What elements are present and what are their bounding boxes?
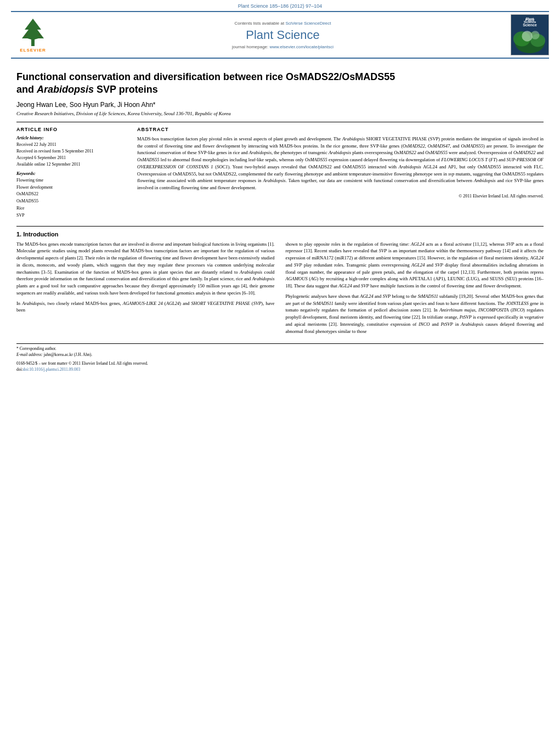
doi-link[interactable]: doi:10.1016/j.plantsci.2011.09.003 [23, 367, 81, 372]
intro-col2-p1: shown to play opposite roles in the regu… [286, 241, 544, 290]
intro-col-right: shown to play opposite roles in the regu… [286, 241, 544, 338]
copyright: © 2011 Elsevier Ireland Ltd. All rights … [137, 194, 544, 199]
homepage-link: www.elsevier.com/locate/plantsci [270, 44, 334, 49]
body-divider [16, 226, 544, 227]
header-center: Contents lists available at SciVerse Sci… [55, 21, 511, 49]
elsevier-tree-icon [16, 18, 49, 48]
copyright-footer: 0168-9452/$ – see front matter © 2011 El… [16, 361, 544, 367]
abstract-text: MADS-box transcription factors play pivo… [137, 135, 544, 191]
intro-p2: In Arabidopsis, two closely related MADS… [16, 300, 275, 314]
intro-col-left: The MADS-box genes encode transcription … [16, 241, 275, 338]
footnote-section: * Corresponding author. E-mail address: … [16, 343, 544, 372]
journal-cover: PlantScience Plant Science [511, 14, 549, 55]
authors: Jeong Hwan Lee, Soo Hyun Park, Ji Hoon A… [16, 101, 544, 109]
article-history-text: Received 22 July 2011 Received in revise… [16, 142, 126, 168]
journal-cover-title: PlantScience [512, 17, 547, 24]
keywords-text: Flowering time Flower development OsMADS… [16, 177, 126, 219]
sciverse-link: SciVerse ScienceDirect [285, 21, 331, 26]
intro-col2-p2: Phylogenetic analyses have shown that AG… [286, 293, 544, 335]
section-divider-1 [16, 122, 544, 122]
article-history-label: Article history: [16, 135, 126, 140]
footnote-email: jahn@korea.ac.kr (J.H. Ahn). [44, 352, 92, 357]
intro-columns: The MADS-box genes encode transcription … [16, 241, 544, 338]
article-info-heading: ARTICLE INFO [16, 127, 126, 132]
keywords-label: Keywords: [16, 171, 126, 176]
affiliation: Creative Research Initiatives, Division … [16, 111, 544, 116]
doi-footer: doi:doi:10.1016/j.plantsci.2011.09.003 [16, 367, 544, 373]
abstract-heading: ABSTRACT [137, 127, 544, 132]
page: Plant Science 185–186 (2012) 97–104 ELSE… [0, 0, 560, 741]
received-date: Received 22 July 2011 [16, 142, 56, 147]
accepted-date: Accepted 6 September 2011 [16, 155, 66, 160]
journal-name: Plant Science [60, 28, 505, 42]
intro-heading: 1. Introduction [16, 231, 544, 237]
sciverse-text: Contents lists available at SciVerse Sci… [60, 21, 505, 26]
available-date: Available online 12 September 2011 [16, 162, 80, 167]
svg-text:Science: Science [523, 23, 537, 27]
elsevier-logo: ELSEVIER [11, 18, 55, 53]
elsevier-label: ELSEVIER [20, 48, 46, 53]
journal-header: Plant Science 185–186 (2012) 97–104 ELSE… [0, 0, 560, 55]
abstract-col: ABSTRACT MADS-box transcription factors … [137, 127, 544, 219]
received-revised-date: Received in revised form 5 September 201… [16, 149, 94, 154]
intro-p1: The MADS-box genes encode transcription … [16, 241, 275, 297]
footnote-email-label: E-mail address: [16, 352, 43, 357]
svg-point-11 [522, 31, 532, 41]
svg-point-12 [531, 31, 540, 39]
header-row: ELSEVIER Contents lists available at Sci… [11, 11, 549, 55]
article-title: Functional conservation and diversificat… [16, 71, 544, 97]
info-abstract-section: ARTICLE INFO Article history: Received 2… [16, 127, 544, 219]
article-info-col: ARTICLE INFO Article history: Received 2… [16, 127, 126, 219]
footnote-asterisk: * Corresponding author. E-mail address: … [16, 346, 544, 358]
doi-section: 0168-9452/$ – see front matter © 2011 El… [16, 361, 544, 372]
main-content: Functional conservation and diversificat… [0, 59, 560, 378]
article-title-italic: Arabidopsis [37, 84, 94, 95]
svg-rect-1 [31, 39, 35, 46]
homepage-text: journal homepage: www.elsevier.com/locat… [60, 44, 505, 49]
journal-citation: Plant Science 185–186 (2012) 97–104 [11, 3, 549, 9]
